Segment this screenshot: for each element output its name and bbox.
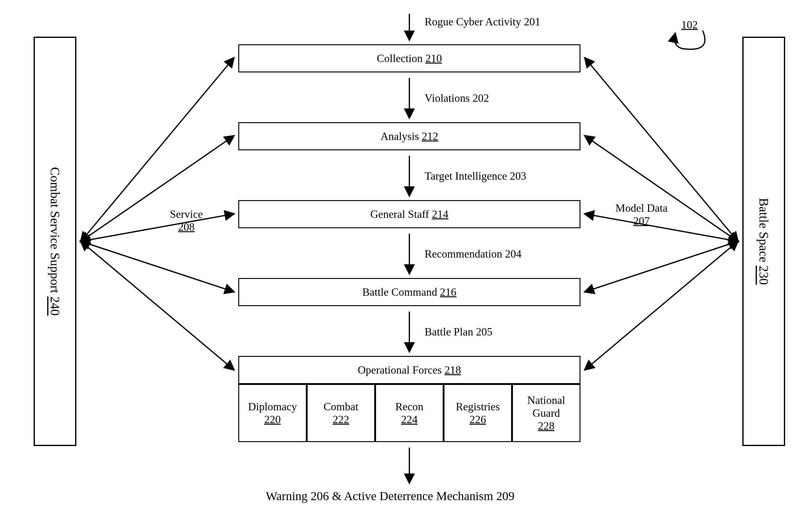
flow-target-intelligence: Target Intelligence 203 — [425, 170, 526, 182]
operational-forces-box: Operational Forces 218 — [238, 356, 580, 384]
collection-box: Collection 210 — [238, 44, 580, 72]
service-label: Service208 — [162, 208, 211, 233]
svg-line-7 — [81, 136, 234, 241]
combat-service-support-box: Combat Service Support 240 — [33, 36, 76, 446]
force-diplomacy: Diplomacy220 — [238, 384, 307, 442]
combat-service-support-label: Combat Service Support 240 — [48, 167, 62, 316]
battle-command-box: Battle Command 216 — [238, 278, 580, 306]
flow-violations: Violations 202 — [425, 92, 489, 104]
general-staff-box: General Staff 214 — [238, 200, 580, 228]
model-data-label: Model Data207 — [614, 202, 669, 227]
battle-space-label: Battle Space 230 — [756, 198, 771, 285]
force-registries: Registries226 — [444, 384, 512, 442]
flow-warning-deterrence: Warning 206 & Active Deterrence Mechanis… — [266, 489, 514, 503]
battle-space-box: Battle Space 230 — [742, 36, 785, 446]
flow-rogue-cyber-activity: Rogue Cyber Activity 201 — [425, 15, 540, 28]
svg-line-10 — [81, 241, 234, 370]
diagram-canvas: 102 Combat Service Support 240 Battle Sp… — [0, 0, 812, 527]
force-combat: Combat222 — [307, 384, 375, 442]
arrows-overlay — [0, 0, 812, 527]
svg-line-14 — [585, 241, 738, 292]
analysis-box: Analysis 212 — [238, 122, 580, 150]
flow-battle-plan: Battle Plan 205 — [425, 325, 492, 338]
force-recon: Recon224 — [375, 384, 444, 442]
svg-line-6 — [81, 58, 234, 241]
flow-recommendation: Recommendation 204 — [425, 247, 521, 260]
svg-line-8 — [81, 214, 234, 241]
figure-ref: 102 — [681, 18, 698, 31]
svg-line-9 — [81, 241, 234, 292]
force-national-guard: National Guard228 — [512, 384, 580, 442]
svg-line-15 — [585, 241, 738, 370]
